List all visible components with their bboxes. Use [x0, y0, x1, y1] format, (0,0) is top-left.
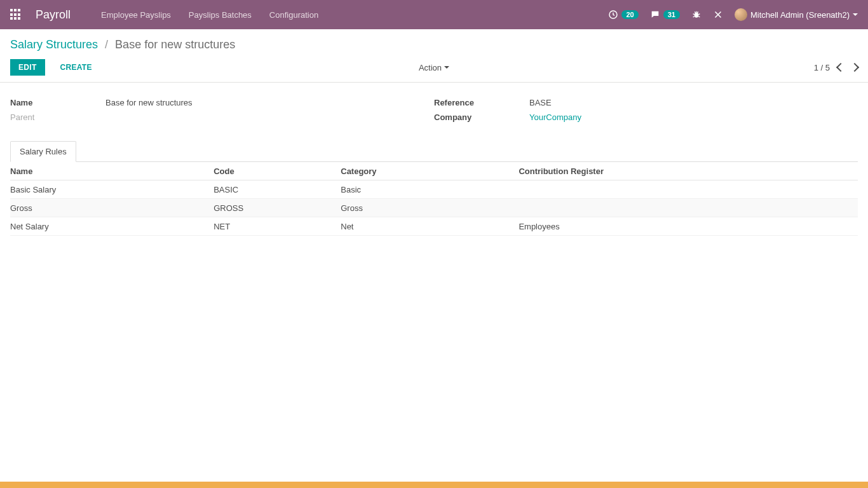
cell-category: Net: [341, 217, 519, 236]
dev-tools-button[interactable]: [713, 10, 723, 20]
tab-salary-rules[interactable]: Salary Rules: [10, 141, 76, 162]
chat-icon: [650, 10, 660, 20]
app-title[interactable]: Payroll: [36, 8, 71, 22]
company-link[interactable]: YourCompany: [529, 112, 581, 122]
cell-code: NET: [214, 217, 341, 236]
salary-rules-table: Name Code Category Contribution Register…: [10, 162, 858, 236]
reference-value: BASE: [529, 98, 552, 107]
table-row[interactable]: Net Salary NET Net Employees: [10, 217, 858, 236]
activities-indicator[interactable]: 20: [608, 10, 638, 20]
col-code[interactable]: Code: [214, 162, 341, 180]
parent-label: Parent: [10, 112, 105, 122]
wrench-icon: [713, 10, 723, 20]
control-panel: Salary Structures / Base for new structu…: [0, 29, 868, 83]
cell-name: Net Salary: [10, 217, 214, 236]
clock-icon: [608, 10, 618, 20]
avatar: [735, 8, 747, 21]
pager-prev-icon[interactable]: [836, 63, 845, 72]
svg-point-1: [695, 13, 699, 18]
breadcrumb-current: Base for new structures: [115, 38, 235, 51]
table-header-row: Name Code Category Contribution Register: [10, 162, 858, 180]
name-label: Name: [10, 98, 105, 107]
chevron-down-icon: [853, 13, 858, 18]
cell-code: GROSS: [214, 199, 341, 217]
breadcrumb-parent[interactable]: Salary Structures: [10, 38, 98, 51]
cell-category: Basic: [341, 180, 519, 199]
apps-icon[interactable]: [10, 9, 22, 20]
user-label: Mitchell Admin (Sreenath2): [750, 10, 850, 20]
pager-next-icon[interactable]: [850, 63, 859, 72]
cell-register: [519, 180, 858, 199]
cell-category: Gross: [341, 199, 519, 217]
chevron-down-icon: [444, 66, 449, 71]
breadcrumb-sep: /: [105, 38, 108, 51]
nav-item-config[interactable]: Configuration: [269, 10, 318, 20]
nav-item-batches[interactable]: Payslips Batches: [189, 10, 252, 20]
activities-count: 20: [621, 10, 638, 19]
tabs: Salary Rules: [10, 141, 858, 162]
create-button[interactable]: CREATE: [53, 60, 100, 75]
cell-register: [519, 199, 858, 217]
col-name[interactable]: Name: [10, 162, 214, 180]
cell-name: Basic Salary: [10, 180, 214, 199]
messages-indicator[interactable]: 31: [650, 10, 680, 20]
reference-label: Reference: [434, 98, 529, 107]
nav-item-payslips[interactable]: Employee Payslips: [101, 10, 171, 20]
col-register[interactable]: Contribution Register: [519, 162, 858, 180]
table-row[interactable]: Gross GROSS Gross: [10, 199, 858, 217]
systray: 20 31 Mitchell Admin (Sreenath2): [608, 8, 858, 21]
name-value: Base for new structures: [105, 98, 193, 107]
action-label: Action: [419, 63, 442, 72]
col-category[interactable]: Category: [341, 162, 519, 180]
cell-code: BASIC: [214, 180, 341, 199]
bug-icon: [691, 10, 702, 20]
form-sheet: Name Base for new structures Reference B…: [0, 83, 868, 236]
table-row[interactable]: Basic Salary BASIC Basic: [10, 180, 858, 199]
action-dropdown[interactable]: Action: [419, 63, 449, 72]
user-menu[interactable]: Mitchell Admin (Sreenath2): [735, 8, 858, 21]
company-label: Company: [434, 112, 529, 122]
debug-button[interactable]: [691, 10, 702, 20]
edit-button[interactable]: EDIT: [10, 59, 45, 76]
cell-name: Gross: [10, 199, 214, 217]
company-value: YourCompany: [529, 112, 581, 122]
breadcrumb: Salary Structures / Base for new structu…: [10, 38, 858, 51]
nav-menu: Employee Payslips Payslips Batches Confi…: [101, 10, 608, 20]
top-navbar: Payroll Employee Payslips Payslips Batch…: [0, 0, 868, 29]
pager-text[interactable]: 1 / 5: [814, 63, 830, 72]
messages-count: 31: [663, 10, 680, 19]
cell-register: Employees: [519, 217, 858, 236]
